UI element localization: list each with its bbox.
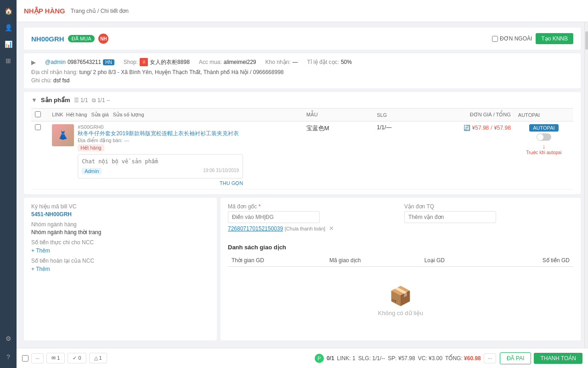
note-value: dsf fsd <box>53 77 69 84</box>
bottom-select-all[interactable] <box>22 355 28 362</box>
bar-stat-slg: SLG: 1/1/-- <box>358 355 385 362</box>
transaction-section: Danh sách giao dịch Thời gian GD Mã giao… <box>228 244 573 335</box>
bottom-bar-right: ĐÃ PAI THANH TOÁN <box>500 352 582 364</box>
order-id: NH00GRH <box>31 35 64 43</box>
col-thoi-gian: Thời gian GD <box>228 254 326 267</box>
product-slg: 1/1/— <box>377 124 428 131</box>
acc-mua-info: Acc mua: alimeimei229 <box>199 59 256 65</box>
ma-don-goc-input[interactable] <box>228 211 320 223</box>
required-star: * <box>259 203 261 210</box>
toggle-icon[interactable]: ▶ <box>31 59 36 66</box>
sidebar-icon-user[interactable]: 👤 <box>1 20 16 35</box>
order-status-tag: [Chưa thanh toán] <box>285 226 325 231</box>
section-title: Sản phẩm <box>41 97 70 104</box>
product-table-header: LINK Hết hàng Sửa giá Sửa số lượng MẪU S… <box>31 109 573 121</box>
van-don-tq-group: Vận đơn TQ <box>404 203 573 232</box>
ky-hieu-value: 5451-NH00GRH <box>31 211 209 218</box>
address-row: Địa chỉ nhận hàng: tung/ 2 pho 8/3 - Xã … <box>31 69 573 75</box>
col-sua-gia: Sửa giá <box>91 112 108 117</box>
scrollbar[interactable] <box>584 22 588 348</box>
da-pai-button[interactable]: ĐÃ PAI <box>500 352 531 364</box>
thu-gon-link[interactable]: THU GỌN <box>78 180 243 186</box>
ti-le-value: 50% <box>341 59 352 65</box>
nhom-nganh-hang-label: Nhóm ngành hàng <box>31 221 209 228</box>
refresh-icon[interactable]: 🔄 <box>464 125 470 131</box>
bar-stat-tong: TỔNG: ¥60.98 <box>445 355 481 362</box>
sidebar-icon-home[interactable]: 🏠 <box>1 4 16 18</box>
ky-hieu-group: Ký hiệu mã bill VC 5451-NH00GRH <box>31 203 209 218</box>
nhom-nganh-hang-group: Nhóm ngành hàng Nhóm ngành hàng thời tra… <box>31 221 209 236</box>
sidebar-icon-help[interactable]: ? <box>1 350 16 364</box>
kho-nhan-value: — <box>293 59 298 65</box>
shop-info: Shop: 店 女人的衣柜8898 <box>124 58 190 66</box>
admin-link[interactable]: @admin <box>45 59 66 65</box>
bottom-check-btn[interactable]: ✓ 0 <box>68 353 86 363</box>
sidebar-icon-settings[interactable]: ⚙ <box>1 331 16 346</box>
app-title: NHẬP HÀNG <box>24 7 65 15</box>
col-link: LINK <box>52 112 63 117</box>
bottom-alert-btn[interactable]: △ 1 <box>89 353 107 363</box>
no-data-text: Không có dữ liệu <box>246 310 555 316</box>
ti-le-dat-coc-info: Tỉ lệ đặt cọc: 50% <box>307 59 352 65</box>
tao-knnb-button[interactable]: Tạo KNNB <box>536 33 573 44</box>
transaction-title: Danh sách giao dịch <box>228 244 573 251</box>
avatar-badge: NH <box>98 34 108 44</box>
acc-mua-value: alimeimei229 <box>224 59 256 65</box>
info-row-main: ▶ @admin 09876543211 HN Shop: 店 女人的衣柜889… <box>31 58 573 66</box>
no-data: 📦 Không có dữ liệu <box>228 267 573 335</box>
bottom-dots-btn[interactable]: ··· <box>31 353 44 363</box>
het-hang-badge: Hết hàng <box>78 144 104 151</box>
remove-order-tag[interactable]: ✕ <box>329 225 334 232</box>
so-tien-hoan-lai-group: Số tiền hoàn lại của NCC + Thêm <box>31 258 209 272</box>
order-info-card: ▶ @admin 09876543211 HN Shop: 店 女人的衣柜889… <box>24 53 581 88</box>
section-toggle[interactable]: ▼ <box>31 97 37 104</box>
autopai-button[interactable]: AUTOPAI <box>529 124 558 132</box>
sidebar-icon-grid[interactable]: ⊞ <box>1 53 16 68</box>
product-location: Địa điểm đặng bán: --- <box>78 138 243 144</box>
product-table: LINK Hết hàng Sửa giá Sửa số lượng MẪU S… <box>31 108 573 190</box>
region-badge: HN <box>103 59 114 65</box>
chat-admin: Admin <box>82 168 102 174</box>
products-card: ▼ Sản phẩm ☰ 1/1 ⧉ 1/1 -- LINK Hết hàng … <box>24 92 581 194</box>
chat-input[interactable] <box>82 158 239 165</box>
product-name[interactable]: 秋冬牛仔外套女2019新款韩版宽松连帽上衣长袖衬衫工装夹克衬衣 <box>78 130 239 137</box>
shop-icon: 店 <box>140 58 148 66</box>
breadcrumb-home[interactable]: Trang chủ <box>71 8 96 14</box>
ky-hieu-label: Ký hiệu mã bill VC <box>31 203 209 210</box>
chat-box: Admin 19:06 31/10/2019 <box>78 154 243 178</box>
bottom-mail-btn[interactable]: ✉ 1 <box>46 353 65 363</box>
sidebar-icon-chart[interactable]: 📊 <box>1 37 16 52</box>
col-het-hang: Hết hàng <box>66 112 87 117</box>
bar-stat-sp: SP: ¥57.98 <box>388 355 415 362</box>
van-don-input[interactable] <box>404 211 496 223</box>
breadcrumb-current: Chi tiết đơn <box>101 8 129 14</box>
product-checkbox[interactable] <box>35 124 41 130</box>
product-code: #S00GRH0 <box>78 124 243 130</box>
bottom-dots2-btn[interactable]: ··· <box>484 353 496 363</box>
transaction-table: Thời gian GD Mã giao dịch Loại GD Số tiề… <box>228 254 573 335</box>
select-all-checkbox[interactable] <box>35 111 41 117</box>
order-id-section: NH00GRH ĐÃ MUA NH <box>31 34 108 44</box>
tong-value: ¥60.98 <box>464 355 481 362</box>
so-tien-thuc-chi-group: Số tiền thực chi cho NCC + Thêm <box>31 239 209 254</box>
col-mau: MẪU <box>303 109 373 121</box>
bottom-grid: Ký hiệu mã bill VC 5451-NH00GRH Nhóm ngà… <box>24 198 581 340</box>
products-header: ▼ Sản phẩm ☰ 1/1 ⧉ 1/1 -- <box>31 97 573 104</box>
chat-time: 19:06 31/10/2019 <box>203 168 239 174</box>
add-thuc-chi-link[interactable]: + Thêm <box>31 247 50 254</box>
nhom-nganh-hang-value: Nhóm ngành hàng thời trang <box>31 229 209 236</box>
bar-stat-vc: VC: ¥3.00 <box>418 355 442 362</box>
ma-don-goc-group: Mã đơn gốc * 726807170152150039 [Chưa th… <box>228 203 397 232</box>
autopai-toggle[interactable] <box>537 133 551 141</box>
order-link[interactable]: 726807170152150039 <box>228 225 283 232</box>
thanh-toan-button[interactable]: THANH TOÁN <box>534 353 582 364</box>
phone: 09876543211 <box>68 59 101 65</box>
add-hoan-lai-link[interactable]: + Thêm <box>31 266 50 272</box>
sidebar: 🏠 👤 📊 ⊞ ⚙ ? <box>0 0 17 368</box>
kho-nhan-info: Kho nhận: — <box>266 59 298 65</box>
scroll-thumb[interactable] <box>585 31 588 50</box>
admin-info: @admin 09876543211 HN <box>45 59 114 65</box>
billing-card: Ký hiệu mã bill VC 5451-NH00GRH Nhóm ngà… <box>24 198 217 340</box>
no-data-icon: 📦 <box>246 285 555 307</box>
don-ngoai-checkbox[interactable]: ĐƠN NGOÀI <box>492 35 532 42</box>
